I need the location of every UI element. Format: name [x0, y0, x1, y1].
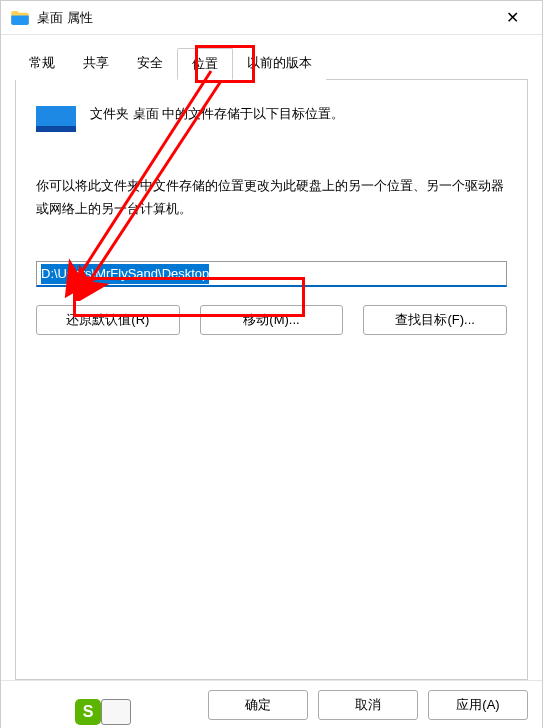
tab-location[interactable]: 位置 [177, 48, 233, 80]
folder-icon [11, 11, 29, 25]
close-button[interactable]: ✕ [492, 8, 532, 27]
restore-default-button[interactable]: 还原默认值(R) [36, 305, 180, 335]
ok-button[interactable]: 确定 [208, 690, 308, 720]
path-value: D:\Users\MrFlySand\Desktop [41, 264, 209, 284]
action-buttons-row: 还原默认值(R) 移动(M)... 查找目标(F)... [36, 305, 507, 335]
description-text: 你可以将此文件夹中文件存储的位置更改为此硬盘上的另一个位置、另一个驱动器或网络上… [36, 174, 507, 221]
path-input[interactable]: D:\Users\MrFlySand\Desktop [36, 261, 507, 287]
intro-text: 文件夹 桌面 中的文件存储于以下目标位置。 [90, 100, 344, 125]
cancel-button[interactable]: 取消 [318, 690, 418, 720]
tab-strip: 常规 共享 安全 位置 以前的版本 [15, 47, 528, 80]
location-panel: 文件夹 桌面 中的文件存储于以下目标位置。 你可以将此文件夹中文件存储的位置更改… [15, 80, 528, 680]
properties-window: 桌面 属性 ✕ 常规 共享 安全 位置 以前的版本 文件夹 桌面 中的文件存储于… [0, 0, 543, 728]
ime-badge-label: S [83, 703, 94, 721]
desktop-folder-icon [36, 102, 76, 134]
find-target-button[interactable]: 查找目标(F)... [363, 305, 507, 335]
ime-panel-icon[interactable] [101, 699, 131, 725]
ime-badge[interactable]: S [75, 699, 101, 725]
tabs-container: 常规 共享 安全 位置 以前的版本 文件夹 桌面 中的文件存储于以下目标位置。 … [1, 35, 542, 680]
svg-rect-1 [36, 126, 76, 132]
tab-general[interactable]: 常规 [15, 48, 69, 80]
apply-button[interactable]: 应用(A) [428, 690, 528, 720]
tab-sharing[interactable]: 共享 [69, 48, 123, 80]
tab-previous-versions[interactable]: 以前的版本 [233, 48, 326, 80]
window-title: 桌面 属性 [37, 9, 492, 27]
tab-security[interactable]: 安全 [123, 48, 177, 80]
intro-row: 文件夹 桌面 中的文件存储于以下目标位置。 [36, 100, 507, 134]
titlebar: 桌面 属性 ✕ [1, 1, 542, 35]
move-button[interactable]: 移动(M)... [200, 305, 344, 335]
